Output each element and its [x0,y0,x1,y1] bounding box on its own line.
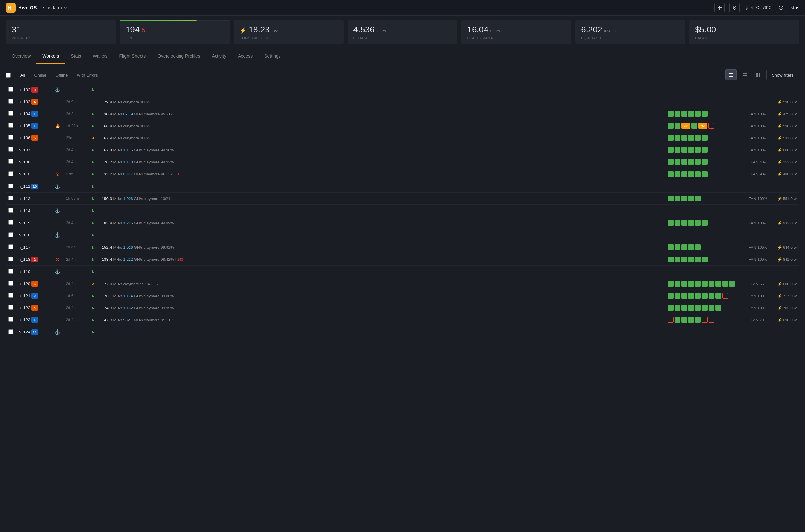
tab-overclocking[interactable]: Overclocking Profiles [151,49,206,64]
row-checkbox[interactable] [8,135,13,140]
row-checkbox[interactable] [8,123,13,128]
gpu-bar-empty [709,317,714,323]
row-checkbox[interactable] [8,184,13,188]
workers-table-wrap: h_1029⚓Nh_10342d 9h179.8MH/sclaymore 100… [0,84,805,338]
gpu-bar [675,159,680,165]
row-checkbox[interactable] [8,171,13,176]
row-checkbox[interactable] [8,208,13,213]
worker-name[interactable]: h_116 [18,233,30,238]
row-checkbox[interactable] [8,99,13,104]
consumption-stat[interactable]: ⚡ 18.23 kW CONSUMPTION [234,20,344,44]
row-checkbox[interactable] [8,111,13,116]
hash-unit: MH/s [113,318,122,322]
equihash-stat[interactable]: 6.202 kSol/s EQUIHASH [575,20,685,44]
worker-uptime: 1h 55m [63,193,89,205]
filter-errors[interactable]: With Errors [72,71,102,79]
tab-overview[interactable]: Overview [6,49,36,64]
row-checkbox[interactable] [8,196,13,201]
show-filters-button[interactable]: Show filters [766,70,799,80]
row-checkbox[interactable] [8,244,13,249]
clock-button[interactable] [776,3,786,13]
logo[interactable]: H Hive OS [6,3,37,13]
worker-name[interactable]: h_124 [18,329,30,335]
worker-name[interactable]: h_120 [18,281,30,286]
tab-workers[interactable]: Workers [36,49,65,64]
view-mode-grid[interactable] [753,70,764,80]
worker-name[interactable]: h_122 [18,305,30,310]
tab-activity[interactable]: Activity [206,49,232,64]
worker-name[interactable]: h_113 [18,196,30,201]
username[interactable]: stas [791,5,799,11]
row-checkbox[interactable] [8,329,13,334]
ethash-value: 4.536 [353,25,374,35]
row-checkbox[interactable] [8,317,13,322]
gpu-bar-hot: 76° [681,123,691,129]
gpu-stat[interactable]: 194 5 GPU [120,20,230,44]
worker-name[interactable]: h_102 [18,87,30,92]
gpu-bar [715,281,721,287]
worker-name[interactable]: h_107 [18,148,30,152]
worker-name[interactable]: h_106 [18,135,30,140]
workers-stat[interactable]: 31 WORKERS [6,20,116,44]
worker-name[interactable]: h_104 [18,111,30,116]
row-checkbox[interactable] [8,305,13,310]
gpu-bar [668,159,674,165]
worker-name[interactable]: h_117 [18,245,30,250]
worker-badge: 2 [32,293,38,299]
worker-uptime: 2d 4h [63,217,89,229]
fan-cell: FAN 100% [737,241,770,253]
gpu-bar [668,196,674,202]
row-checkbox[interactable] [8,256,13,262]
balance-stat[interactable]: $5.00 BALANCE [689,20,799,44]
row-checkbox[interactable] [8,87,13,92]
filter-all[interactable]: All [16,71,30,79]
row-checkbox[interactable] [8,281,13,286]
ethash-unit: GH/s [377,28,386,34]
ethash-stat[interactable]: 4.536 GH/s ETHASH [348,20,458,44]
row-checkbox[interactable] [8,269,13,274]
hash-warn: I 1 [175,172,179,176]
gpu-bar [681,111,687,117]
tab-access[interactable]: Access [232,49,258,64]
blake-stat[interactable]: 16.04 GH/s BLAKE256R14 [461,20,571,44]
tab-wallets[interactable]: Wallets [87,49,113,64]
worker-uptime: 39m [63,132,89,144]
gpu-bar [695,244,701,250]
tab-stats[interactable]: Stats [65,49,87,64]
add-button[interactable] [714,3,725,13]
worker-name[interactable]: h_105 [18,123,30,128]
worker-name[interactable]: h_119 [18,269,30,274]
select-all-checkbox[interactable] [6,73,11,78]
worker-name[interactable]: h_118 [18,257,30,262]
fan-cell: FAN 70% [737,314,770,326]
worker-name[interactable]: h_123 [18,317,30,322]
worker-name[interactable]: h_115 [18,221,30,225]
farm-selector[interactable]: stas farm [43,5,67,11]
row-checkbox[interactable] [8,147,13,152]
view-mode-list[interactable] [739,70,750,80]
power-cell: ⚡933.0 w [770,217,799,229]
tab-settings[interactable]: Settings [258,49,287,64]
gpu-bars [668,171,735,177]
tab-flight-sheets[interactable]: Flight Sheets [114,49,152,64]
worker-name[interactable]: h_121 [18,293,30,298]
worker-name[interactable]: h_103 [18,99,30,104]
filter-offline[interactable]: Offline [51,71,72,79]
power-value: 596.0 w [783,124,797,129]
view-mode-list-detail[interactable] [726,70,736,80]
rocket-button[interactable] [729,3,740,13]
worker-name[interactable]: h_111 [18,184,30,189]
row-checkbox[interactable] [8,232,13,237]
row-checkbox[interactable] [8,293,13,298]
hash-unit: MH/s [113,136,122,140]
worker-name[interactable]: h_110 [18,172,30,176]
worker-name[interactable]: h_108 [18,159,30,165]
power-icon: ⚡ [777,136,782,140]
filter-online[interactable]: Online [30,71,51,79]
worker-uptime: 2d 4h [63,144,89,156]
hash-secondary: 1.225 [123,221,133,225]
gpu-bar [702,293,708,299]
worker-name[interactable]: h_114 [18,208,30,213]
row-checkbox[interactable] [8,159,13,164]
row-checkbox[interactable] [8,220,13,225]
